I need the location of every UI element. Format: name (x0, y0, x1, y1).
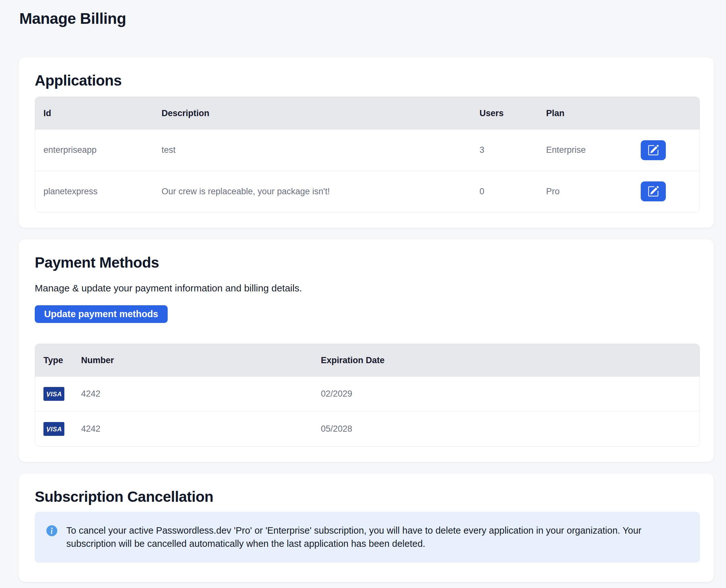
app-id: planetexpress (35, 171, 153, 212)
applications-header-row: Id Description Users Plan (35, 97, 700, 130)
app-description: Our crew is replaceable, your package is… (153, 171, 471, 212)
page-title: Manage Billing (19, 9, 714, 28)
column-header-plan: Plan (538, 97, 641, 130)
update-payment-methods-button[interactable]: Update payment methods (35, 305, 168, 323)
visa-icon: VISA (43, 422, 64, 436)
svg-text:VISA: VISA (46, 425, 62, 433)
card-expiration: 02/2029 (312, 377, 700, 412)
column-header-id: Id (35, 97, 153, 130)
card-number: 4242 (73, 377, 312, 412)
column-header-users: Users (471, 97, 538, 130)
cancellation-info-box: To cancel your active Passwordless.dev '… (35, 512, 700, 563)
payment-methods-table: Type Number Expiration Date VISA (35, 343, 700, 446)
visa-icon: VISA (43, 387, 64, 401)
subscription-cancellation-card: Subscription Cancellation To cancel your… (19, 474, 714, 582)
applications-card: Applications Id Description Users Plan (19, 57, 714, 228)
card-number: 4242 (73, 412, 312, 446)
applications-heading: Applications (35, 72, 700, 89)
table-row: VISA 4242 02/2029 (35, 377, 700, 412)
subscription-cancellation-heading: Subscription Cancellation (35, 488, 700, 505)
app-plan: Pro (538, 171, 641, 212)
payment-header-row: Type Number Expiration Date (35, 344, 700, 377)
app-description: test (153, 130, 471, 171)
table-row: VISA 4242 05/2028 (35, 412, 700, 446)
edit-application-button[interactable] (641, 140, 666, 160)
app-plan: Enterprise (538, 130, 641, 171)
payment-methods-heading: Payment Methods (35, 254, 700, 271)
column-header-actions (641, 97, 700, 130)
table-row: enterpriseapp test 3 Enterprise (35, 130, 700, 171)
cancellation-info-text: To cancel your active Passwordless.dev '… (66, 524, 665, 550)
app-users: 3 (471, 130, 538, 171)
app-id: enterpriseapp (35, 130, 153, 171)
applications-table: Id Description Users Plan enterpriseapp … (35, 97, 700, 212)
info-circle-icon (46, 525, 57, 536)
payment-methods-card: Payment Methods Manage & update your pay… (19, 239, 714, 462)
app-users: 0 (471, 171, 538, 212)
column-header-description: Description (153, 97, 471, 130)
pencil-square-icon (647, 144, 659, 156)
payment-methods-subtitle: Manage & update your payment information… (35, 282, 700, 294)
column-header-type: Type (35, 344, 73, 377)
table-row: planetexpress Our crew is replaceable, y… (35, 171, 700, 212)
column-header-expiration-date: Expiration Date (312, 344, 700, 377)
pencil-square-icon (647, 186, 659, 197)
edit-application-button[interactable] (641, 182, 666, 201)
svg-text:VISA: VISA (46, 391, 62, 398)
manage-billing-page: Manage Billing Applications Id Descripti… (0, 0, 726, 582)
card-expiration: 05/2028 (312, 412, 700, 446)
column-header-number: Number (73, 344, 312, 377)
